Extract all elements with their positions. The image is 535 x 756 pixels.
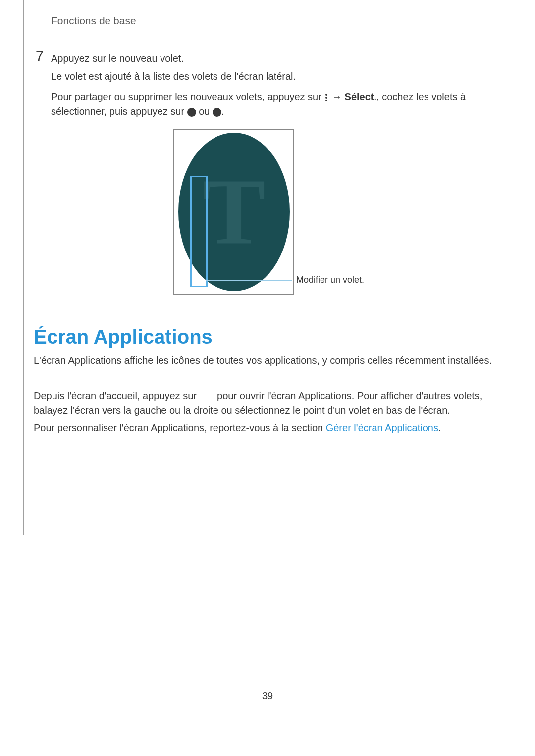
- body-paragraph-1: L'écran Applications affiche les icônes …: [34, 353, 499, 368]
- more-icon: [325, 93, 327, 102]
- step-text: Pour partager ou supprimer les nouveaux …: [51, 91, 324, 102]
- step-number: 7: [36, 49, 44, 64]
- arrow-text: →: [329, 91, 344, 102]
- p2-part1: Depuis l'écran d'accueil, appuyez sur: [34, 390, 199, 401]
- step-line-1: Appuyez sur le nouveau volet.: [51, 53, 184, 64]
- body-paragraph-2: Depuis l'écran d'accueil, appuyez sur po…: [34, 388, 499, 418]
- delete-icon: [213, 108, 221, 117]
- page-number: 39: [262, 690, 273, 702]
- panel-highlight: [190, 176, 208, 287]
- body-paragraph-3: Pour personnaliser l'écran Applications,…: [34, 422, 499, 434]
- callout-line: [206, 280, 292, 281]
- letter-t: T: [203, 165, 266, 259]
- select-label: Sélect.: [345, 91, 376, 102]
- share-icon: [187, 108, 196, 117]
- heading-applications: Écran Applications: [34, 326, 213, 348]
- section-header: Fonctions de base: [51, 15, 136, 27]
- p3-part1: Pour personnaliser l'écran Applications,…: [34, 422, 326, 433]
- step-line-3: Pour partager ou supprimer les nouveaux …: [51, 89, 497, 119]
- p3-end: .: [438, 422, 441, 433]
- vertical-divider: [23, 0, 24, 535]
- link-manage-apps[interactable]: Gérer l'écran Applications: [326, 422, 438, 433]
- callout-label: Modifier un volet.: [296, 275, 364, 285]
- ou-text: ou: [196, 106, 213, 117]
- figure-phone: T: [173, 129, 294, 295]
- step-line-2: Le volet est ajouté à la liste des volet…: [51, 71, 296, 82]
- period: .: [221, 106, 224, 117]
